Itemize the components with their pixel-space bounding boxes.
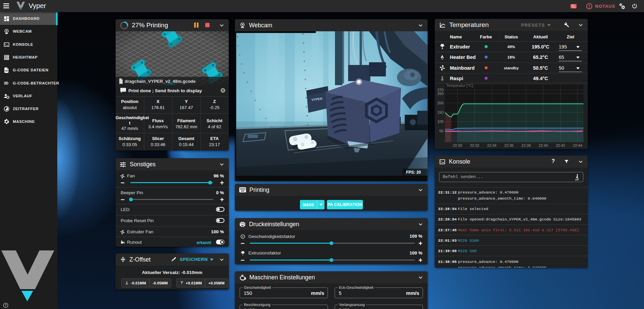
svg-text:22:44: 22:44 (573, 143, 582, 147)
svg-text:22:42: 22:42 (556, 143, 565, 147)
svg-text:3D: 3D (4, 81, 8, 85)
svg-text:22:38: 22:38 (521, 143, 531, 147)
svg-text:250: 250 (437, 92, 443, 96)
svg-text:100: 100 (437, 119, 443, 124)
svg-text:50: 50 (439, 129, 443, 133)
svg-text:22:34: 22:34 (487, 143, 497, 147)
svg-text:dragchain_VYPER_v2_48m.gcode: dragchain_VYPER_v2_48m.gcode (125, 79, 195, 84)
svg-text:22:36: 22:36 (504, 143, 514, 147)
svg-text:150: 150 (437, 110, 443, 114)
svg-text:22:30: 22:30 (453, 143, 462, 147)
svg-text:22:40: 22:40 (539, 143, 548, 147)
svg-text:200: 200 (437, 101, 443, 105)
svg-text:?: ? (5, 304, 6, 307)
svg-text:Temperatur [°C]: Temperatur [°C] (446, 83, 473, 88)
svg-text:FPS: 20: FPS: 20 (406, 170, 421, 175)
svg-text:22:32: 22:32 (470, 143, 480, 147)
